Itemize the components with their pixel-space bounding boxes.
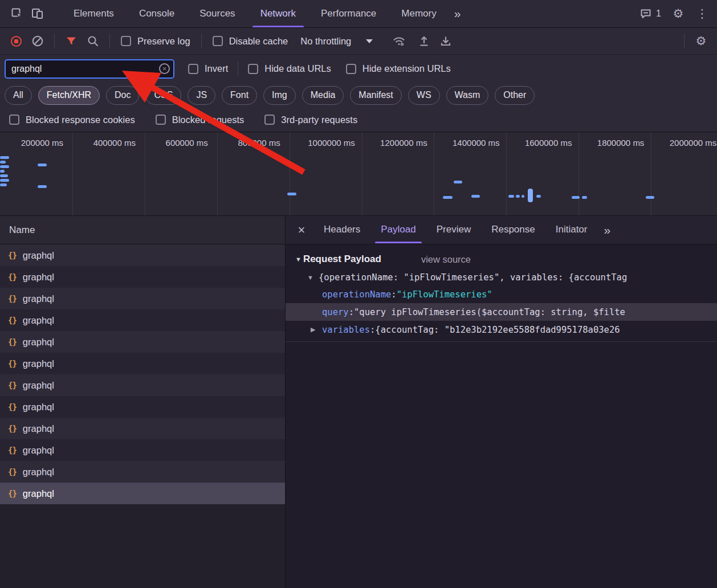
- chip-wasm[interactable]: Wasm: [446, 86, 489, 105]
- chip-ws[interactable]: WS: [408, 86, 440, 105]
- chip-img[interactable]: Img: [263, 86, 296, 105]
- payload-entry-query[interactable]: query: "query ipFlowTimeseries($accountT…: [286, 303, 717, 321]
- checkbox-icon[interactable]: [264, 115, 275, 125]
- checkbox-icon[interactable]: [346, 64, 356, 74]
- json-braces-icon: {}: [8, 337, 17, 346]
- section-expand-icon[interactable]: ▼: [295, 256, 302, 263]
- more-tabs-icon[interactable]: »: [447, 7, 468, 21]
- table-row[interactable]: {}graphql: [0, 483, 285, 504]
- payload-root-text: {operationName: "ipFlowTimeseries", vari…: [319, 272, 627, 283]
- search-button[interactable]: [83, 31, 103, 51]
- chip-other[interactable]: Other: [495, 86, 535, 105]
- table-row[interactable]: {}graphql: [0, 288, 285, 309]
- checkbox-icon[interactable]: [156, 115, 166, 125]
- chip-js[interactable]: JS: [188, 86, 215, 105]
- chevron-down-icon: [366, 39, 373, 43]
- request-name: graphql: [23, 402, 54, 413]
- export-har-button[interactable]: [414, 31, 434, 51]
- table-row[interactable]: {}graphql: [0, 266, 285, 288]
- tab-console[interactable]: Console: [128, 0, 185, 27]
- chip-font[interactable]: Font: [222, 86, 257, 105]
- device-toolbar-icon[interactable]: [27, 3, 48, 24]
- record-network-log-button[interactable]: [6, 31, 26, 51]
- preserve-log-checkbox[interactable]: Preserve log: [116, 36, 195, 47]
- checkbox-icon[interactable]: [248, 64, 258, 74]
- timeline-overview[interactable]: 200000 ms400000 ms600000 ms800000 ms1000…: [0, 132, 717, 216]
- inspect-element-icon[interactable]: [7, 3, 27, 24]
- table-row[interactable]: {}graphql: [0, 418, 285, 439]
- chip-doc[interactable]: Doc: [106, 86, 139, 105]
- tab-headers[interactable]: Headers: [314, 216, 370, 243]
- table-row[interactable]: {}graphql: [0, 461, 285, 483]
- table-row[interactable]: {}graphql: [0, 331, 285, 353]
- divider: [109, 34, 110, 48]
- request-tick: [582, 196, 587, 199]
- payload-colon: :: [370, 325, 375, 335]
- payload-entry-operationname[interactable]: operationName: "ipFlowTimeseries": [286, 285, 717, 303]
- settings-gear-icon[interactable]: ⚙: [668, 3, 689, 24]
- tab-initiator[interactable]: Initiator: [546, 216, 597, 243]
- filter-blocked-requests-checkbox[interactable]: Blocked requests: [151, 115, 249, 125]
- disable-cache-checkbox[interactable]: Disable cache: [208, 36, 293, 47]
- tab-sources[interactable]: Sources: [189, 0, 246, 27]
- invert-checkbox[interactable]: Invert: [184, 63, 233, 74]
- console-messages-indicator[interactable]: 1: [636, 7, 665, 20]
- table-row[interactable]: {}graphql: [0, 244, 285, 266]
- checkbox-icon[interactable]: [121, 36, 131, 46]
- expand-arrow-icon[interactable]: ▶: [311, 326, 322, 333]
- request-tick: [522, 195, 524, 198]
- tab-preview[interactable]: Preview: [427, 216, 480, 243]
- record-icon: [11, 36, 22, 47]
- tab-network[interactable]: Network: [250, 0, 307, 27]
- tab-payload[interactable]: Payload: [371, 216, 425, 243]
- hide-data-urls-checkbox[interactable]: Hide data URLs: [243, 63, 335, 74]
- chip-css[interactable]: CSS: [145, 86, 181, 105]
- network-conditions-button[interactable]: [389, 31, 409, 51]
- devtools-window: ElementsConsoleSourcesNetworkPerformance…: [0, 0, 717, 588]
- tab-performance[interactable]: Performance: [310, 0, 387, 27]
- clear-filter-icon[interactable]: ×: [159, 63, 170, 74]
- expand-arrow-icon[interactable]: ▼: [307, 274, 313, 281]
- payload-key: variables: [322, 325, 370, 335]
- filter-3rd-party-requests-checkbox[interactable]: 3rd-party requests: [260, 115, 362, 125]
- table-row[interactable]: {}graphql: [0, 309, 285, 331]
- chip-all[interactable]: All: [5, 86, 32, 105]
- checkbox-icon[interactable]: [9, 115, 19, 125]
- table-row[interactable]: {}graphql: [0, 374, 285, 396]
- chip-manifest[interactable]: Manifest: [350, 86, 401, 105]
- request-tick: [646, 196, 654, 199]
- chip-fetch-xhr[interactable]: Fetch/XHR: [38, 86, 100, 105]
- table-row[interactable]: {}graphql: [0, 353, 285, 374]
- filter-toggle-button[interactable]: [61, 31, 82, 51]
- payload-key: operationName: [322, 289, 391, 300]
- message-bubble-icon: [639, 7, 652, 20]
- kebab-menu-icon[interactable]: ⋮: [692, 3, 712, 24]
- detail-more-tabs-icon[interactable]: »: [597, 216, 617, 244]
- table-row[interactable]: {}graphql: [0, 396, 285, 418]
- hide-extension-urls-checkbox[interactable]: Hide extension URLs: [341, 63, 455, 74]
- close-detail-icon[interactable]: ×: [292, 221, 311, 239]
- throttling-dropdown[interactable]: No throttling: [294, 36, 380, 47]
- timeline-label: 1600000 ms: [516, 138, 581, 148]
- chip-media[interactable]: Media: [302, 86, 344, 105]
- tab-response[interactable]: Response: [482, 216, 545, 243]
- main-tab-strip: ElementsConsoleSourcesNetworkPerformance…: [63, 0, 447, 27]
- tab-elements[interactable]: Elements: [63, 0, 125, 27]
- payload-entry-variables[interactable]: ▶variables: {accountTag: "b12e3b2192ee55…: [286, 321, 717, 338]
- clear-network-log-button[interactable]: [27, 31, 48, 51]
- checkbox-icon[interactable]: [188, 64, 198, 74]
- checkbox-icon[interactable]: [213, 36, 223, 46]
- view-source-link[interactable]: view source: [421, 254, 471, 265]
- timeline-label: 1200000 ms: [371, 138, 436, 148]
- table-row[interactable]: {}graphql: [0, 439, 285, 461]
- payload-value: "query ipFlowTimeseries($accountTag: str…: [354, 307, 625, 317]
- request-payload-section-header[interactable]: ▼ Request Payload view source: [286, 244, 717, 268]
- filter-blocked-response-cookies-checkbox[interactable]: Blocked response cookies: [5, 115, 140, 125]
- payload-root-line[interactable]: ▼ {operationName: "ipFlowTimeseries", va…: [286, 268, 717, 285]
- request-tick: [0, 161, 6, 164]
- filter-input[interactable]: [5, 59, 174, 79]
- network-settings-gear-icon[interactable]: ⚙: [691, 31, 711, 51]
- name-column-header[interactable]: Name: [0, 216, 285, 244]
- tab-memory[interactable]: Memory: [390, 0, 447, 27]
- import-har-button[interactable]: [435, 31, 456, 51]
